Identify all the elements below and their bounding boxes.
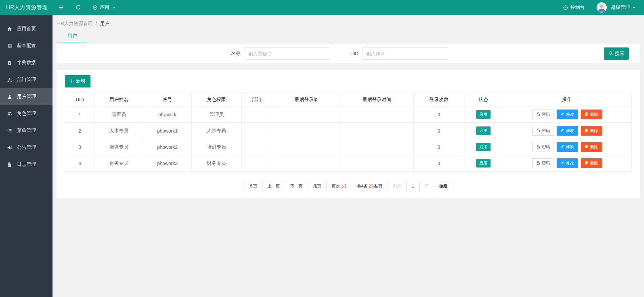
password-button[interactable]: 密码 (532, 142, 554, 152)
sidebar-item-home[interactable]: 应用首页 (0, 20, 53, 37)
breadcrumb-parent[interactable]: HR人力资源管理 (57, 21, 92, 26)
delete-button-label: 删除 (590, 112, 598, 117)
column-header: 角色权限 (192, 93, 242, 106)
sidebar-item-label: 用户管理 (17, 94, 36, 100)
page-last-button[interactable]: 尾页 (308, 181, 327, 191)
sidebar-item-roles[interactable]: 角色管理 (0, 105, 53, 122)
column-header: 登录次数 (414, 93, 464, 106)
cell-last_time (340, 155, 414, 172)
name-input[interactable] (245, 47, 330, 60)
cell-last_ip (272, 123, 340, 139)
edit-button-label: 修改 (566, 144, 574, 150)
user-menu-dropdown[interactable]: 超级管理 (611, 0, 636, 15)
table-header-row: UID用户姓名账号角色权限部门最后登录ip最后登录时间登录次数状态操作 (65, 93, 632, 106)
cell-actions: 密码修改删除 (502, 139, 632, 155)
cell-last_time (340, 139, 414, 155)
cell-login_count: 0 (414, 123, 464, 139)
refresh-button[interactable] (70, 0, 87, 15)
edit-button-label: 修改 (566, 128, 574, 134)
delete-button[interactable]: 删除 (581, 142, 602, 152)
sidebar: 应用首页基本配置字典数据部门管理用户管理角色管理菜单管理公告管理日志管理 (0, 15, 53, 297)
sidebar-item-menus[interactable]: 菜单管理 (0, 122, 53, 139)
table-row: 4财务专员phpwork3财务专员0启用密码修改删除 (65, 155, 632, 172)
cell-dept (242, 123, 272, 139)
page-goto-suffix: 页 (419, 181, 434, 191)
speaker-icon (7, 145, 12, 150)
edit-button[interactable]: 修改 (557, 158, 578, 168)
tab-users[interactable]: 用户 (57, 30, 87, 42)
password-button[interactable]: 密码 (532, 158, 554, 168)
column-header: 部门 (242, 93, 272, 106)
avatar[interactable] (597, 2, 607, 13)
search-button[interactable]: 搜索 (604, 47, 629, 60)
sidebar-toggle-button[interactable] (53, 0, 70, 15)
table-row: 1管理员phpwork管理员0启用密码修改删除 (65, 106, 632, 123)
page-prev-button[interactable]: 上一页 (262, 181, 285, 191)
search-panel: 名称 UID 搜索 (57, 44, 640, 63)
page-confirm-button[interactable]: 确定 (434, 181, 453, 191)
password-button[interactable]: 密码 (532, 110, 554, 119)
cell-uid: 3 (65, 139, 95, 155)
uid-input[interactable] (362, 47, 448, 60)
page-per-page-suffix: 条/页 (373, 184, 382, 189)
sidebar-item-users[interactable]: 用户管理 (0, 88, 53, 105)
main-content: HR人力资源管理/用户 用户 名称 UID 搜索 新增 (53, 15, 644, 297)
cell-role: 管理员 (192, 106, 242, 123)
page-goto-input[interactable] (406, 181, 420, 191)
sidebar-item-config[interactable]: 基本配置 (0, 37, 53, 54)
console-button[interactable]: 控制台 (557, 0, 590, 15)
table-row: 3培训专员phpwork2培训专员0启用密码修改删除 (65, 139, 632, 155)
page-next-button[interactable]: 下一页 (285, 181, 308, 191)
delete-button[interactable]: 删除 (581, 110, 602, 119)
cell-account: phpwork3 (143, 155, 192, 172)
app-title: HR人力资源管理 (0, 4, 53, 11)
table-row: 2人事专员phpwork1人事专员0启用密码修改删除 (65, 123, 632, 139)
status-badge[interactable]: 启用 (476, 126, 491, 135)
sidebar-item-label: 字典数据 (17, 60, 36, 66)
password-button-label: 密码 (542, 144, 550, 150)
pencil-icon (560, 112, 564, 117)
user-menu-label: 超级管理 (611, 4, 630, 11)
edit-button[interactable]: 修改 (557, 142, 578, 152)
cell-last_ip (272, 106, 340, 123)
cell-last_time (340, 106, 414, 123)
cell-name: 人事专员 (95, 123, 143, 139)
column-header: UID (65, 93, 95, 106)
status-badge[interactable]: 启用 (476, 159, 491, 167)
pencil-icon (560, 128, 564, 133)
trash-icon (584, 112, 588, 117)
edit-button[interactable]: 修改 (557, 126, 578, 136)
sidebar-item-notice[interactable]: 公告管理 (0, 139, 53, 156)
pagination: 首页 上一页 下一页 尾页 页次 1/1 共4条 20条/页 到第 页 确定 (65, 181, 632, 191)
plus-icon (70, 79, 74, 84)
topbar-right: 控制台 超级管理 (557, 0, 644, 15)
delete-button[interactable]: 删除 (581, 158, 602, 168)
status-badge[interactable]: 启用 (476, 143, 491, 151)
add-button[interactable]: 新增 (65, 75, 90, 87)
column-header: 状态 (464, 93, 502, 106)
cell-status: 启用 (464, 106, 502, 123)
sidebar-item-dict[interactable]: 字典数据 (0, 54, 53, 71)
status-badge[interactable]: 启用 (476, 110, 491, 119)
app-menu-dropdown[interactable]: 应用 (87, 0, 121, 15)
page-goto-label: 到第 (388, 181, 407, 191)
edit-button[interactable]: 修改 (557, 110, 578, 119)
sidebar-item-logs[interactable]: 日志管理 (0, 156, 53, 173)
page-info-label: 页次 (332, 184, 340, 189)
delete-button[interactable]: 删除 (581, 126, 602, 136)
app-icon (92, 5, 98, 10)
sidebar-item-dept[interactable]: 部门管理 (0, 71, 53, 88)
breadcrumb-separator: / (96, 21, 97, 26)
user-icon (7, 94, 12, 99)
cell-name: 培训专员 (95, 139, 143, 155)
password-button[interactable]: 密码 (532, 126, 554, 136)
cell-role: 培训专员 (192, 139, 242, 155)
cell-status: 启用 (464, 139, 502, 155)
page-total-count: 共4条 (357, 184, 368, 189)
cell-dept (242, 139, 272, 155)
page-first-button[interactable]: 首页 (244, 181, 263, 191)
home-icon (7, 26, 12, 32)
search-button-label: 搜索 (615, 51, 624, 57)
column-header: 操作 (502, 93, 632, 106)
cell-name: 管理员 (95, 106, 143, 123)
